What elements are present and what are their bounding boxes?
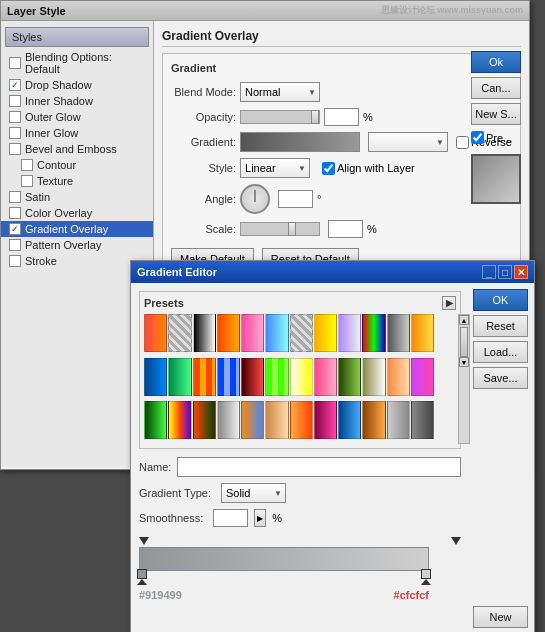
preset-swatch-22[interactable] — [362, 358, 385, 396]
gradient-name-input[interactable]: Custom — [177, 457, 461, 477]
ge-load-button[interactable]: Load... — [473, 341, 528, 363]
sidebar-item-drop-shadow[interactable]: Drop Shadow — [1, 77, 153, 93]
preset-swatch-34[interactable] — [362, 401, 385, 439]
preset-swatch-3[interactable] — [193, 314, 216, 352]
sidebar-item-outer-glow[interactable]: Outer Glow — [1, 109, 153, 125]
preset-swatch-29[interactable] — [241, 401, 264, 439]
sidebar-item-texture[interactable]: Texture — [1, 173, 153, 189]
sidebar-item-gradient-overlay[interactable]: Gradient Overlay — [1, 221, 153, 237]
sidebar-item-satin[interactable]: Satin — [1, 189, 153, 205]
preset-swatch-6[interactable] — [265, 314, 288, 352]
gradient-type-dropdown[interactable]: Solid — [221, 483, 286, 503]
preset-swatch-23[interactable] — [387, 358, 410, 396]
opacity-input[interactable]: 100 — [324, 108, 359, 126]
stroke-checkbox[interactable] — [9, 255, 21, 267]
preset-swatch-10[interactable] — [362, 314, 385, 352]
presets-scrollbar[interactable]: ▲ ▼ — [458, 314, 470, 444]
close-icon[interactable]: ✕ — [514, 265, 528, 279]
preset-swatch-21[interactable] — [338, 358, 361, 396]
preset-swatch-9[interactable] — [338, 314, 361, 352]
opacity-slider[interactable] — [240, 110, 320, 124]
contour-checkbox[interactable] — [21, 159, 33, 171]
cancel-button[interactable]: Can... — [471, 77, 521, 99]
blend-mode-dropdown[interactable]: Normal — [240, 82, 320, 102]
style-dropdown[interactable]: Linear — [240, 158, 310, 178]
pattern-overlay-checkbox[interactable] — [9, 239, 21, 251]
ge-ok-button[interactable]: OK — [473, 289, 528, 311]
preset-swatch-30[interactable] — [265, 401, 288, 439]
maximize-icon[interactable]: □ — [498, 265, 512, 279]
preset-swatch-25[interactable] — [144, 401, 167, 439]
preset-swatch-24[interactable] — [411, 358, 434, 396]
gradient-preview-swatch[interactable] — [240, 132, 360, 152]
preset-swatch-5[interactable] — [241, 314, 264, 352]
preset-swatch-33[interactable] — [338, 401, 361, 439]
preset-swatch-15[interactable] — [193, 358, 216, 396]
preset-swatch-12[interactable] — [411, 314, 434, 352]
preset-swatch-13[interactable] — [144, 358, 167, 396]
preset-swatch-35[interactable] — [387, 401, 410, 439]
scrollbar-thumb[interactable] — [460, 327, 468, 357]
sidebar-item-bevel-emboss[interactable]: Bevel and Emboss — [1, 141, 153, 157]
sidebar-item-blending[interactable]: Blending Options: Default — [1, 49, 153, 77]
opacity-stop-left[interactable] — [139, 537, 149, 545]
gradient-bar[interactable] — [139, 547, 429, 571]
angle-input[interactable]: 90 — [278, 190, 313, 208]
sidebar-item-color-overlay[interactable]: Color Overlay — [1, 205, 153, 221]
preview-checkbox[interactable] — [471, 131, 484, 144]
inner-glow-checkbox[interactable] — [9, 127, 21, 139]
sidebar-item-inner-shadow[interactable]: Inner Shadow — [1, 93, 153, 109]
preset-swatch-16[interactable] — [217, 358, 240, 396]
preset-swatch-26[interactable] — [168, 401, 191, 439]
ok-button[interactable]: Ok — [471, 51, 521, 73]
color-stop-left[interactable] — [137, 569, 147, 585]
drop-shadow-checkbox[interactable] — [9, 79, 21, 91]
preset-swatch-7[interactable] — [290, 314, 313, 352]
preset-swatch-17[interactable] — [241, 358, 264, 396]
scale-slider[interactable] — [240, 222, 320, 236]
scrollbar-down-button[interactable]: ▼ — [459, 357, 469, 367]
texture-checkbox[interactable] — [21, 175, 33, 187]
angle-dial[interactable] — [240, 184, 270, 214]
preset-swatch-18[interactable] — [265, 358, 288, 396]
scrollbar-up-button[interactable]: ▲ — [459, 315, 469, 325]
ge-new-button[interactable]: New — [473, 606, 528, 628]
preset-swatch-4[interactable] — [217, 314, 240, 352]
satin-checkbox[interactable] — [9, 191, 21, 203]
preset-swatch-1[interactable] — [144, 314, 167, 352]
preset-swatch-19[interactable] — [290, 358, 313, 396]
blending-checkbox[interactable] — [9, 57, 21, 69]
smoothness-input[interactable]: 100 — [213, 509, 248, 527]
gradient-overlay-checkbox[interactable] — [9, 223, 21, 235]
bevel-emboss-checkbox[interactable] — [9, 143, 21, 155]
new-style-button[interactable]: New S... — [471, 103, 521, 125]
preset-swatch-8[interactable] — [314, 314, 337, 352]
preset-swatch-32[interactable] — [314, 401, 337, 439]
minimize-icon[interactable]: _ — [482, 265, 496, 279]
preset-swatch-28[interactable] — [217, 401, 240, 439]
preset-swatch-11[interactable] — [387, 314, 410, 352]
color-overlay-checkbox[interactable] — [9, 207, 21, 219]
sidebar-item-inner-glow[interactable]: Inner Glow — [1, 125, 153, 141]
align-layer-checkbox[interactable] — [322, 162, 335, 175]
reverse-checkbox[interactable] — [456, 136, 469, 149]
ge-save-button[interactable]: Save... — [473, 367, 528, 389]
styles-header[interactable]: Styles — [5, 27, 149, 47]
inner-shadow-checkbox[interactable] — [9, 95, 21, 107]
presets-menu-button[interactable]: ▶ — [442, 296, 456, 310]
sidebar-item-pattern-overlay[interactable]: Pattern Overlay — [1, 237, 153, 253]
preset-swatch-27[interactable] — [193, 401, 216, 439]
ge-reset-button[interactable]: Reset — [473, 315, 528, 337]
gradient-dropdown-arrow[interactable] — [368, 132, 448, 152]
outer-glow-checkbox[interactable] — [9, 111, 21, 123]
preset-swatch-31[interactable] — [290, 401, 313, 439]
scale-input[interactable]: 100 — [328, 220, 363, 238]
smoothness-spin-up[interactable]: ▶ — [254, 509, 266, 527]
sidebar-item-contour[interactable]: Contour — [1, 157, 153, 173]
preset-swatch-36[interactable] — [411, 401, 434, 439]
color-stop-right[interactable] — [421, 569, 431, 585]
preset-swatch-14[interactable] — [168, 358, 191, 396]
preset-swatch-20[interactable] — [314, 358, 337, 396]
preset-swatch-2[interactable] — [168, 314, 191, 352]
opacity-stop-right[interactable] — [451, 537, 461, 545]
